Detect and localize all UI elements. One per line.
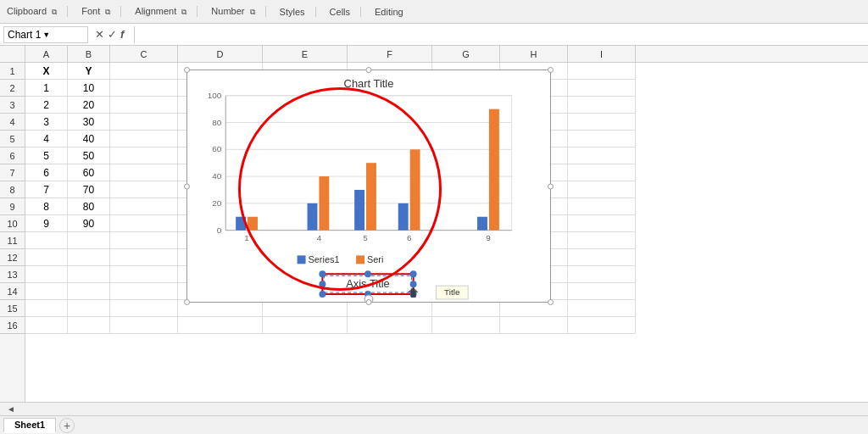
row-header-4[interactable]: 4 (0, 114, 25, 131)
chart-handle-bl[interactable] (184, 299, 190, 305)
cell-b14[interactable] (68, 283, 110, 300)
cell-i14[interactable] (568, 283, 636, 300)
axis-handle-ml[interactable] (319, 281, 326, 287)
cell-b4[interactable]: 30 (68, 114, 110, 131)
cell-c6[interactable] (110, 147, 178, 164)
chart-handle-tr[interactable] (548, 67, 554, 73)
cell-b1[interactable]: Y (68, 63, 110, 80)
formula-input[interactable] (142, 29, 865, 41)
axis-handle-mr[interactable] (410, 281, 417, 287)
cell-i7[interactable] (568, 164, 636, 181)
row-header-7[interactable]: 7 (0, 164, 25, 181)
cell-a3[interactable]: 2 (25, 97, 68, 114)
cell-a14[interactable] (25, 283, 68, 300)
cell-i13[interactable] (568, 266, 636, 283)
cell-a1[interactable]: X (25, 63, 68, 80)
cell-i5[interactable] (568, 131, 636, 147)
cell-b3[interactable]: 20 (68, 97, 110, 114)
row-header-2[interactable]: 2 (0, 80, 25, 97)
cell-i1[interactable] (568, 63, 636, 80)
cell-c2[interactable] (110, 80, 178, 97)
cell-d16[interactable] (178, 317, 263, 334)
col-header-c[interactable]: C (110, 46, 178, 62)
cell-c1[interactable] (110, 63, 178, 80)
col-header-i[interactable]: I (568, 46, 636, 62)
col-header-a[interactable]: A (25, 46, 68, 62)
col-header-d[interactable]: D (178, 46, 263, 62)
cell-a5[interactable]: 4 (25, 131, 68, 147)
cell-i15[interactable] (568, 300, 636, 317)
row-header-6[interactable]: 6 (0, 147, 25, 164)
cell-c11[interactable] (110, 232, 178, 249)
cancel-icon[interactable]: ✕ (95, 28, 104, 41)
cell-c3[interactable] (110, 97, 178, 114)
chart-handle-ml[interactable] (184, 183, 190, 189)
cell-f16[interactable] (348, 317, 432, 334)
cell-a15[interactable] (25, 300, 68, 317)
row-header-11[interactable]: 11 (0, 232, 25, 249)
cell-c16[interactable] (110, 317, 178, 334)
cell-i2[interactable] (568, 80, 636, 97)
col-header-f[interactable]: F (348, 46, 432, 62)
cell-b15[interactable] (68, 300, 110, 317)
row-header-13[interactable]: 13 (0, 266, 25, 283)
cell-a13[interactable] (25, 266, 68, 283)
cell-a8[interactable]: 7 (25, 181, 68, 198)
cell-b2[interactable]: 10 (68, 80, 110, 97)
cell-g16[interactable] (432, 317, 500, 334)
cell-e16[interactable] (263, 317, 348, 334)
cell-i8[interactable] (568, 181, 636, 198)
row-header-5[interactable]: 5 (0, 131, 25, 147)
cell-a16[interactable] (25, 317, 68, 334)
cell-b12[interactable] (68, 249, 110, 266)
cell-a2[interactable]: 1 (25, 80, 68, 97)
col-header-e[interactable]: E (263, 46, 348, 62)
axis-handle-bl[interactable] (319, 291, 326, 298)
cell-c7[interactable] (110, 164, 178, 181)
cell-b10[interactable]: 90 (68, 215, 110, 232)
cell-c9[interactable] (110, 198, 178, 215)
cell-a6[interactable]: 5 (25, 147, 68, 164)
cell-a4[interactable]: 3 (25, 114, 68, 131)
name-box[interactable]: Chart 1 ▼ (3, 26, 88, 43)
cell-c13[interactable] (110, 266, 178, 283)
cell-i9[interactable] (568, 198, 636, 215)
cell-b7[interactable]: 60 (68, 164, 110, 181)
chart-handle-tm[interactable] (366, 67, 372, 73)
cell-b13[interactable] (68, 266, 110, 283)
cell-a10[interactable]: 9 (25, 215, 68, 232)
cell-i16[interactable] (568, 317, 636, 334)
cell-c12[interactable] (110, 249, 178, 266)
row-header-15[interactable]: 15 (0, 300, 25, 317)
axis-handle-tr[interactable] (410, 270, 417, 277)
cell-c15[interactable] (110, 300, 178, 317)
cell-b16[interactable] (68, 317, 110, 334)
chart-handle-bm[interactable] (366, 299, 372, 305)
cell-b8[interactable]: 70 (68, 181, 110, 198)
chart-container[interactable]: Chart Title 0 20 40 60 80 (186, 70, 551, 303)
cell-a11[interactable] (25, 232, 68, 249)
chart-handle-tl[interactable] (184, 67, 190, 73)
cell-c5[interactable] (110, 131, 178, 147)
cell-i10[interactable] (568, 215, 636, 232)
chart-handle-mr[interactable] (548, 183, 554, 189)
row-header-1[interactable]: 1 (0, 63, 25, 80)
cell-c4[interactable] (110, 114, 178, 131)
cell-i11[interactable] (568, 232, 636, 249)
row-header-16[interactable]: 16 (0, 317, 25, 334)
cell-i4[interactable] (568, 114, 636, 131)
axis-handle-tl[interactable] (319, 270, 326, 277)
cell-i3[interactable] (568, 97, 636, 114)
cell-b9[interactable]: 80 (68, 198, 110, 215)
confirm-icon[interactable]: ✓ (108, 28, 117, 41)
function-icon[interactable]: f (120, 28, 124, 41)
row-header-14[interactable]: 14 (0, 283, 25, 300)
row-header-9[interactable]: 9 (0, 198, 25, 215)
cell-h16[interactable] (500, 317, 568, 334)
row-header-12[interactable]: 12 (0, 249, 25, 266)
cell-b11[interactable] (68, 232, 110, 249)
cell-i6[interactable] (568, 147, 636, 164)
cell-b5[interactable]: 40 (68, 131, 110, 147)
cell-b6[interactable]: 50 (68, 147, 110, 164)
cell-a12[interactable] (25, 249, 68, 266)
